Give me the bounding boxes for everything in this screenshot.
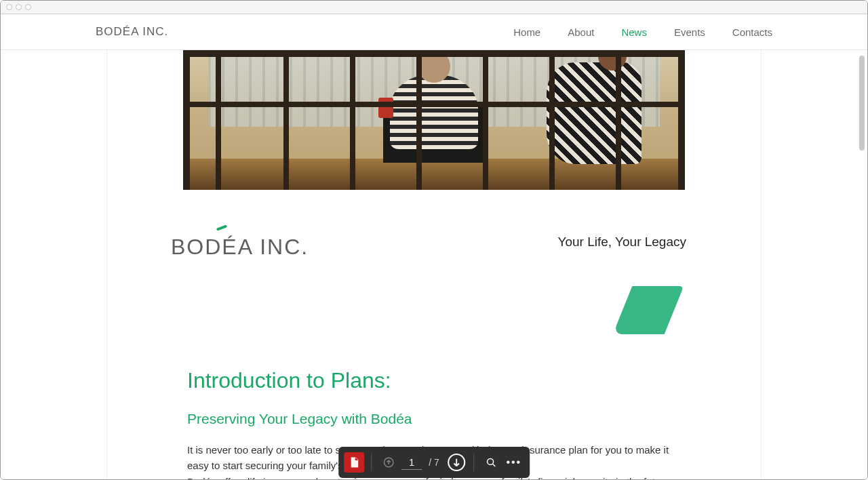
window-close-dot[interactable]: [6, 4, 12, 10]
svg-point-1: [487, 458, 493, 464]
document-brand-text: BODÉA INC.: [171, 235, 309, 259]
pdf-app-icon[interactable]: [344, 452, 364, 473]
more-options-button[interactable]: •••: [504, 452, 524, 473]
nav-contacts[interactable]: Contacts: [732, 26, 772, 38]
nav-home[interactable]: Home: [513, 26, 540, 38]
window-zoom-dot[interactable]: [25, 4, 31, 10]
nav-events[interactable]: Events: [674, 26, 705, 38]
document-brand-row: BODÉA INC. Your Life, Your Legacy: [107, 190, 761, 260]
main-nav: Home About News Events Contacts: [513, 26, 772, 38]
nav-about[interactable]: About: [568, 26, 594, 38]
scrollbar-thumb[interactable]: [859, 56, 865, 151]
pdf-page: BODÉA INC. Your Life, Your Legacy Introd…: [106, 50, 762, 479]
browser-window: BODÉA INC. Home About News Events Contac…: [0, 0, 868, 480]
toolbar-divider: [473, 454, 474, 471]
site-header: BODÉA INC. Home About News Events Contac…: [1, 14, 867, 50]
total-pages-label: / 7: [429, 457, 439, 468]
content-viewport: BODÉA INC. Your Life, Your Legacy Introd…: [1, 50, 867, 479]
search-button[interactable]: [481, 452, 501, 473]
window-minimize-dot[interactable]: [16, 4, 22, 10]
next-page-button[interactable]: [446, 452, 467, 473]
site-brand: BODÉA INC.: [96, 25, 168, 39]
document-brand: BODÉA INC.: [171, 235, 309, 260]
vertical-scrollbar[interactable]: [858, 50, 866, 479]
hero-image: [183, 50, 685, 190]
nav-news[interactable]: News: [621, 26, 647, 38]
document-heading: Introduction to Plans:: [187, 368, 681, 393]
prev-page-button[interactable]: [378, 452, 399, 473]
toolbar-divider: [371, 454, 372, 471]
window-titlebar: [1, 1, 867, 14]
pdf-toolbar: / 7 •••: [338, 447, 530, 478]
brand-accent-icon: [216, 224, 227, 231]
document-tagline: Your Life, Your Legacy: [558, 235, 686, 249]
document-subheading: Preserving Your Legacy with Bodéa: [187, 411, 681, 427]
page-number-input[interactable]: [401, 456, 422, 470]
